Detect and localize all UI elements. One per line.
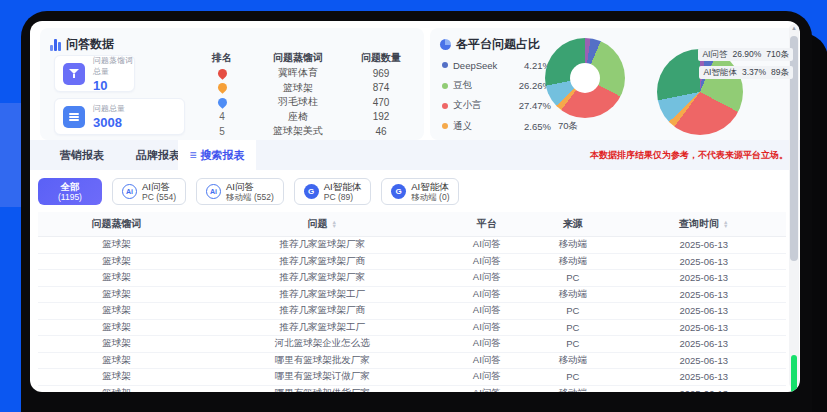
table-row: 篮球架推荐几家篮球架工厂AI问答PC2025-06-13 xyxy=(38,320,786,337)
platform-share-panel: 各平台问题占比 DeepSeek 4.21% 111条 豆包 26.26% 69… xyxy=(430,28,798,140)
platform-donut-chart[interactable] xyxy=(545,38,625,118)
filter-count: PC (554) xyxy=(142,192,176,202)
col-time: 查询时间▲▼ xyxy=(621,217,786,231)
ranking-keyword: 篮球架美式 xyxy=(246,124,350,138)
platform-pie-chart[interactable] xyxy=(657,49,743,135)
ai-qa-icon: Ai xyxy=(206,184,221,199)
ai-agent-icon: G xyxy=(304,184,319,199)
ranking-keyword: 冀晖体育 xyxy=(246,66,350,80)
report-tabbar: 营销报表 品牌报表 ≡ 搜索报表 本数据排序结果仅为参考，不代表来源平台立场。 xyxy=(30,140,800,170)
ai-agent-icon: G xyxy=(391,184,406,199)
share-panel-title: 各平台问题占比 xyxy=(456,36,540,53)
ranking-col-count: 问题数量 xyxy=(350,51,412,65)
stat-label: 问题总量 xyxy=(93,103,125,114)
ranking-count: 470 xyxy=(350,97,412,108)
ranking-row: 羽毛球柱 470 xyxy=(198,95,418,110)
list-icon: ≡ xyxy=(189,140,196,170)
ranking-row: 篮球架 874 xyxy=(198,81,418,96)
ranking-count: 969 xyxy=(350,68,412,79)
rank-3-flame-icon xyxy=(216,96,229,109)
scrollbar-green-indicator[interactable] xyxy=(791,355,797,392)
ranking-row: 5 篮球架美式 46 xyxy=(198,124,418,139)
ranking-keyword: 座椅 xyxy=(246,110,350,124)
legend-pct: 2.65% xyxy=(509,121,551,132)
legend-dot xyxy=(442,62,448,68)
table-row: 篮球架推荐几家篮球架厂家AI问答移动端2025-06-13 xyxy=(38,237,786,254)
legend-item-tongyi[interactable]: 通义 2.65% 70条 xyxy=(442,116,583,136)
ranking-count: 874 xyxy=(350,82,412,93)
filter-count: (1195) xyxy=(58,192,82,202)
ranking-rank: 5 xyxy=(198,126,246,137)
col-question: 问题▲▼ xyxy=(195,217,449,231)
filter-count: 移动端 (0) xyxy=(411,192,449,202)
ranking-row: 4 座椅 192 xyxy=(198,110,418,125)
legend-pct: 4.21% xyxy=(509,60,551,71)
legend-name: 文小言 xyxy=(453,99,509,112)
filter-ai-agent-mobile-button[interactable]: G AI智能体 移动端 (0) xyxy=(381,178,459,205)
table-row: 篮球架推荐几家篮球架厂商AI问答移动端2025-06-13 xyxy=(38,254,786,271)
filter-all-button[interactable]: 全部 (1195) xyxy=(38,178,102,205)
filter-label: AI智能体 xyxy=(324,181,361,192)
ranking-row: 冀晖体育 969 xyxy=(198,66,418,81)
ranking-col-keyword: 问题蒸馏词 xyxy=(246,51,350,65)
ranking-count: 192 xyxy=(350,111,412,122)
ranking-rank: 4 xyxy=(198,111,246,122)
table-header-row: 问题蒸馏词 问题▲▼ 平台 来源 查询时间▲▼ xyxy=(38,212,786,237)
legend-name: 通义 xyxy=(453,120,509,133)
bar-chart-icon xyxy=(50,39,61,51)
ranking-count: 46 xyxy=(350,126,412,137)
ai-qa-icon: Ai xyxy=(122,184,137,199)
sort-icon[interactable]: ▲▼ xyxy=(723,220,728,229)
donut-hole xyxy=(570,63,600,93)
legend-dot xyxy=(442,83,448,89)
pie-chart-icon xyxy=(440,39,451,50)
stat-value: 3008 xyxy=(93,115,125,130)
table-row: 篮球架推荐几家篮球架厂家AI问答PC2025-06-13 xyxy=(38,270,786,287)
filter-count: 移动端 (552) xyxy=(226,192,274,202)
legend-dot xyxy=(442,103,448,109)
filter-ai-qa-mobile-button[interactable]: Ai AI问答 移动端 (552) xyxy=(196,178,284,205)
stat-card-questions-total: 问题总量 3008 xyxy=(54,98,185,135)
ranking-header: 排名 问题蒸馏词 问题数量 xyxy=(198,50,418,66)
stat-label: 问题蒸馏词总量 xyxy=(93,55,134,77)
pie-label-ai-qa: AI问答26.90%710条 xyxy=(698,48,793,61)
keyword-ranking-table: 排名 问题蒸馏词 问题数量 冀晖体育 969 篮球架 874 羽毛球柱 470 … xyxy=(198,50,418,139)
legend-pct: 27.47% xyxy=(509,100,551,111)
filter-label: AI问答 xyxy=(142,181,170,192)
table-row: 篮球架哪里有篮球架供货厂家AI问答移动端2025-06-13 xyxy=(38,386,786,393)
legend-count: 70条 xyxy=(558,120,578,133)
legend-name: DeepSeek xyxy=(453,60,509,71)
scrollbar-up-arrow-icon[interactable]: ▲ xyxy=(789,25,799,31)
tab-search-report[interactable]: ≡ 搜索报表 xyxy=(178,140,256,170)
col-source: 来源 xyxy=(524,217,621,231)
pie-label-ai-agent: AI智能体3.37%89条 xyxy=(699,66,793,79)
questions-table: 问题蒸馏词 问题▲▼ 平台 来源 查询时间▲▼ 篮球架推荐几家篮球架厂家AI问答… xyxy=(38,212,786,392)
ranking-keyword: 羽毛球柱 xyxy=(246,95,350,109)
ranking-col-rank: 排名 xyxy=(198,51,246,65)
table-row: 篮球架河北篮球架企业怎么选AI问答PC2025-06-13 xyxy=(38,336,786,353)
tab-label: 搜索报表 xyxy=(201,140,245,170)
col-keyword: 问题蒸馏词 xyxy=(38,217,195,231)
filter-ai-agent-pc-button[interactable]: G AI智能体 PC (89) xyxy=(294,178,371,205)
dashboard-window: 问答数据 问题蒸馏词总量 10 问题总量 3008 排名 问题蒸馏词 xyxy=(30,21,800,392)
filter-count: PC (89) xyxy=(324,192,353,202)
qa-panel-header: 问答数据 xyxy=(50,36,114,53)
table-row: 篮球架哪里有篮球架订做厂家AI问答PC2025-06-13 xyxy=(38,369,786,386)
platform-filters: 全部 (1195) Ai AI问答 PC (554) Ai AI问答 移动端 (… xyxy=(38,178,459,205)
table-row: 篮球架推荐几家篮球架工厂AI问答移动端2025-06-13 xyxy=(38,287,786,304)
filter-ai-qa-pc-button[interactable]: Ai AI问答 PC (554) xyxy=(112,178,186,205)
qa-data-panel: 问答数据 问题蒸馏词总量 10 问题总量 3008 排名 问题蒸馏词 xyxy=(40,28,424,140)
tab-marketing-report[interactable]: 营销报表 xyxy=(46,140,118,170)
sort-icon[interactable]: ▲▼ xyxy=(332,220,337,229)
stat-value: 10 xyxy=(93,78,134,93)
legend-name: 豆包 xyxy=(453,79,509,92)
filter-label: AI智能体 xyxy=(411,181,448,192)
filter-label: AI问答 xyxy=(226,181,254,192)
rank-2-flame-icon xyxy=(216,81,229,94)
filter-icon xyxy=(63,63,85,85)
document-icon xyxy=(63,106,85,128)
rank-1-flame-icon xyxy=(216,67,229,80)
ranking-keyword: 篮球架 xyxy=(246,81,350,95)
col-platform: 平台 xyxy=(449,217,524,231)
legend-dot xyxy=(442,123,448,129)
